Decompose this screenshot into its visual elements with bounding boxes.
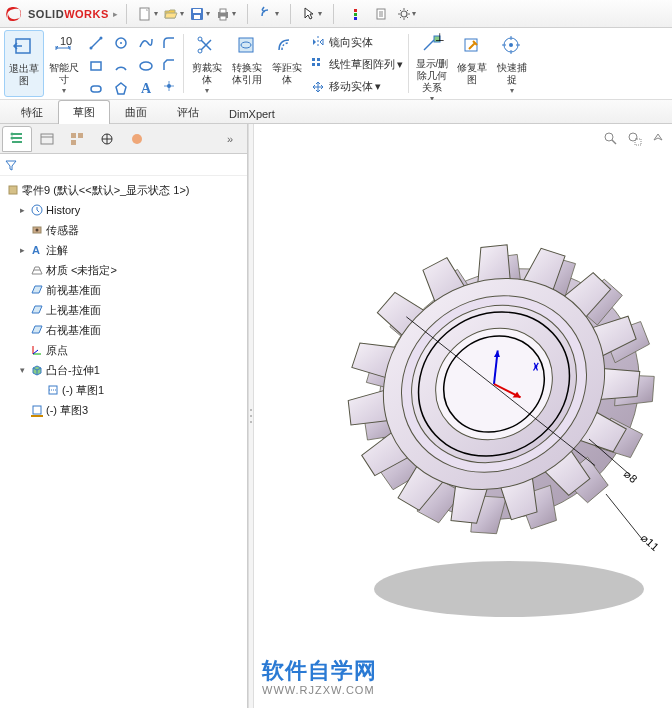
svg-rect-66 <box>9 186 17 194</box>
tree-item[interactable]: 传感器 <box>2 220 245 240</box>
svg-rect-3 <box>194 15 200 19</box>
view-toolbar <box>600 128 668 148</box>
tab-evaluate[interactable]: 评估 <box>162 100 214 124</box>
linear-pattern-button[interactable]: 线性草图阵列▾ <box>307 54 405 74</box>
chamfer-tool[interactable] <box>158 54 180 76</box>
point-tool[interactable] <box>158 75 180 97</box>
line-tool[interactable] <box>84 32 108 54</box>
rebuild-button[interactable] <box>343 3 367 25</box>
trim-button[interactable]: 剪裁实 体 ▾ <box>187 30 227 97</box>
dimxpert-manager-tab[interactable] <box>92 126 122 152</box>
svg-line-45 <box>424 40 434 50</box>
svg-line-19 <box>400 10 401 11</box>
svg-point-37 <box>198 37 202 41</box>
ellipse-tool[interactable] <box>134 55 158 77</box>
svg-point-27 <box>100 37 103 40</box>
svg-point-55 <box>11 132 14 135</box>
tab-sketch[interactable]: 草图 <box>58 100 110 124</box>
graphics-viewport[interactable]: ⌀8 ⌀11 软件自学网 WWW.RJZXW.COM <box>254 124 672 708</box>
display-manager-tab[interactable] <box>122 126 152 152</box>
tab-surface[interactable]: 曲面 <box>110 100 162 124</box>
move-entities-button[interactable]: 移动实体▾ <box>307 77 405 97</box>
tree-item[interactable]: 上视基准面 <box>2 300 245 320</box>
watermark: 软件自学网 WWW.RJZXW.COM <box>262 656 377 696</box>
tree-item[interactable]: ▸A注解 <box>2 240 245 260</box>
tree-item[interactable]: (-) 草图3 <box>2 400 245 420</box>
show-relations-button[interactable]: ⊥ 显示/删 除几何 关系 ▾ <box>412 30 452 97</box>
tree-item[interactable]: 前视基准面 <box>2 280 245 300</box>
svg-line-83 <box>612 140 616 144</box>
svg-point-82 <box>605 133 613 141</box>
new-button[interactable]: ▾ <box>136 3 160 25</box>
smart-dimension-button[interactable]: 10 智能尺 寸 ▾ <box>44 30 84 97</box>
tree-root[interactable]: 零件9 (默认<<默认>_显示状态 1>) <box>2 180 245 200</box>
feature-tree-tab[interactable] <box>2 126 32 152</box>
svg-rect-41 <box>312 58 315 61</box>
zoom-fit-icon[interactable] <box>600 128 620 148</box>
mirror-entities-button[interactable]: 镜向实体 <box>307 32 405 52</box>
sw-icon <box>4 4 24 24</box>
svg-point-65 <box>132 134 142 144</box>
select-button[interactable]: ▾ <box>300 3 324 25</box>
quick-snap-button[interactable]: 快速捕 捉 ▾ <box>492 30 532 97</box>
spline-tool[interactable] <box>134 32 158 54</box>
svg-rect-2 <box>193 9 201 13</box>
save-button[interactable]: ▾ <box>188 3 212 25</box>
divider <box>126 4 127 24</box>
fillet-tool[interactable] <box>158 32 180 54</box>
tree-item[interactable]: 右视基准面 <box>2 320 245 340</box>
property-manager-tab[interactable] <box>32 126 62 152</box>
print-button[interactable]: ▾ <box>214 3 238 25</box>
panel-expand-button[interactable]: » <box>215 126 245 152</box>
svg-rect-8 <box>354 13 357 16</box>
svg-rect-60 <box>78 133 83 138</box>
separator <box>183 34 184 93</box>
ribbon-toolbar: 退出草 图 10 智能尺 寸 ▾ A 剪裁实 体 ▾ 转换实 体引用 等距实 体… <box>0 28 672 100</box>
filter-icon[interactable] <box>4 158 18 172</box>
tab-dimxpert[interactable]: DimXpert <box>214 103 290 124</box>
svg-rect-77 <box>33 406 41 414</box>
convert-button[interactable]: 转换实 体引用 <box>227 30 267 97</box>
zoom-area-icon[interactable] <box>624 128 644 148</box>
svg-line-20 <box>407 17 408 18</box>
svg-point-29 <box>120 42 122 44</box>
svg-rect-44 <box>317 63 320 66</box>
slot-tool[interactable] <box>84 78 108 100</box>
svg-line-21 <box>400 17 401 18</box>
circle-tool[interactable] <box>109 32 133 54</box>
svg-point-38 <box>198 49 202 53</box>
repair-sketch-button[interactable]: 修复草 图 <box>452 30 492 97</box>
svg-point-87 <box>374 561 644 617</box>
tree-item[interactable]: (-) 草图1 <box>2 380 245 400</box>
tree-item[interactable]: 原点 <box>2 340 245 360</box>
tree-item[interactable]: ▾凸台-拉伸1 <box>2 360 245 380</box>
file-props-button[interactable] <box>369 3 393 25</box>
offset-button[interactable]: 等距实 体 <box>267 30 307 97</box>
tree-item[interactable]: ▸History <box>2 200 245 220</box>
config-manager-tab[interactable] <box>62 126 92 152</box>
open-button[interactable]: ▾ <box>162 3 186 25</box>
svg-point-81 <box>250 421 252 423</box>
view-orient-icon[interactable] <box>648 128 668 148</box>
main-content: » 零件9 (默认<<默认>_显示状态 1>) ▸History传感器▸A注解材… <box>0 124 672 708</box>
polygon-tool[interactable] <box>109 78 133 100</box>
svg-rect-59 <box>71 133 76 138</box>
svg-text:⊥: ⊥ <box>435 32 444 43</box>
pattern-column: 镜向实体 线性草图阵列▾ 移动实体▾ <box>307 30 405 97</box>
text-tool[interactable]: A <box>134 78 158 100</box>
svg-point-80 <box>250 415 252 417</box>
undo-button[interactable]: ▾ <box>257 3 281 25</box>
options-button[interactable]: ▾ <box>395 3 419 25</box>
tree-item[interactable]: 材质 <未指定> <box>2 260 245 280</box>
divider <box>290 4 291 24</box>
svg-rect-48 <box>465 39 477 51</box>
feature-tree: 零件9 (默认<<默认>_显示状态 1>) ▸History传感器▸A注解材质 … <box>0 176 247 708</box>
divider <box>333 4 334 24</box>
tab-features[interactable]: 特征 <box>6 100 58 124</box>
app-dropdown-icon[interactable]: ▸ <box>113 9 118 19</box>
rect-tool[interactable] <box>84 55 108 77</box>
svg-point-84 <box>629 133 637 141</box>
exit-sketch-button[interactable]: 退出草 图 <box>4 30 44 97</box>
arc-tool[interactable] <box>109 55 133 77</box>
svg-marker-115 <box>477 245 514 284</box>
